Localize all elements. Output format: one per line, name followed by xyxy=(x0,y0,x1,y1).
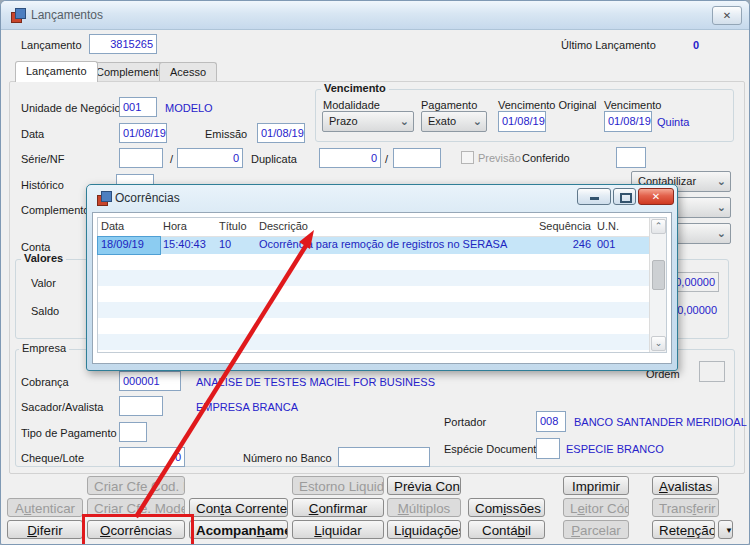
portador-field[interactable]: 008 xyxy=(536,411,566,432)
col-un[interactable]: U.N. xyxy=(594,218,630,236)
empresa-group-title: Empresa xyxy=(19,342,69,354)
lancamento-field[interactable]: 3815265 xyxy=(89,34,157,54)
grid-header: Data Hora Título Descrição Sequência U.N… xyxy=(98,218,666,237)
table-row-selected[interactable]: 18/09/19 15:40:43 10 Ocorrência para rem… xyxy=(98,237,666,254)
conta-corrente-button[interactable]: Conta Corrente xyxy=(189,498,288,517)
scroll-down-icon[interactable]: ⌄ xyxy=(651,336,666,351)
emissao-field[interactable]: 01/08/19 xyxy=(257,123,305,143)
chevron-down-icon: ⌄ xyxy=(717,172,726,191)
tab-lancamento[interactable]: Lançamento xyxy=(15,61,98,82)
dialog-title: Ocorrências xyxy=(115,191,180,205)
cobranca-label: Cobrança xyxy=(21,376,69,388)
chevron-down-icon: ⌄ xyxy=(473,112,482,131)
cell-un[interactable]: 001 xyxy=(594,237,630,254)
more-options-arrow-button[interactable]: ▼ xyxy=(718,520,733,539)
saldo-label: Saldo xyxy=(31,305,59,317)
empty-row xyxy=(98,254,666,270)
chevron-down-icon: ⌄ xyxy=(717,224,726,243)
empty-row xyxy=(98,318,666,334)
unidade-negocio-field[interactable]: 001 xyxy=(119,97,157,117)
duplicata2-field[interactable] xyxy=(393,148,441,168)
liquidar-button[interactable]: Liquidar xyxy=(292,520,384,539)
conferido-field[interactable] xyxy=(616,147,646,168)
sacador-avalista-field[interactable] xyxy=(119,396,163,416)
ultimo-lancamento-label: Último Lançamento xyxy=(561,39,656,51)
close-icon[interactable]: ✕ xyxy=(638,188,674,205)
contabil-button[interactable]: Contábil xyxy=(468,520,545,539)
col-hora[interactable]: Hora xyxy=(160,218,216,236)
transferir-button[interactable]: Transferir xyxy=(652,498,719,517)
cell-titulo[interactable]: 10 xyxy=(216,237,256,254)
vencimento-group-title: Vencimento xyxy=(321,82,389,94)
data-label: Data xyxy=(21,128,44,140)
serie-slash: / xyxy=(170,153,173,165)
cheque-lote-field[interactable]: 0 xyxy=(119,447,185,467)
ordem-field[interactable] xyxy=(699,361,725,382)
cell-hora[interactable]: 15:40:43 xyxy=(160,237,216,254)
col-sequencia[interactable]: Sequência xyxy=(536,218,594,236)
criar-cfe-cod-barras-button[interactable]: Criar Cfe Cod. Barras xyxy=(87,476,185,495)
minimize-icon[interactable] xyxy=(577,188,611,205)
vencimento-original-field[interactable]: 01/08/19 xyxy=(498,111,546,132)
especie-documento-desc: ESPECIE BRANCO xyxy=(566,443,664,455)
close-icon[interactable]: ✕ xyxy=(712,6,742,25)
serie-field[interactable] xyxy=(119,148,163,168)
duplicata-field[interactable]: 0 xyxy=(319,148,381,168)
ocorrencias-dialog: Ocorrências ✕ Data Hora Título Descrição… xyxy=(86,184,678,371)
leitor-cod-barras-button[interactable]: Leitor Cód. Barras xyxy=(563,498,629,517)
acompanhamento-button[interactable]: Acompanhamento xyxy=(189,520,288,539)
modalidade-label: Modalidade xyxy=(323,99,380,111)
comissoes-button[interactable]: Comissões xyxy=(468,498,545,517)
especie-documento-field[interactable] xyxy=(536,438,560,459)
cell-descricao[interactable]: Ocorrência para remoção de registros no … xyxy=(256,237,536,254)
nf-field[interactable]: 0 xyxy=(177,148,243,168)
cell-sequencia[interactable]: 246 xyxy=(536,237,594,254)
maximize-icon[interactable] xyxy=(613,188,636,205)
liquidacoes-button[interactable]: Liquidações xyxy=(387,520,461,539)
previsao-label: Previsão xyxy=(478,152,521,164)
previa-contabil-button[interactable]: Prévia Contábil xyxy=(387,476,461,495)
previsao-checkbox[interactable] xyxy=(461,151,474,164)
emissao-label: Emissão xyxy=(205,128,247,140)
modalidade-combobox[interactable]: Prazo⌄ xyxy=(322,111,414,132)
empty-row xyxy=(98,270,666,286)
scroll-up-icon[interactable]: ⌃ xyxy=(651,219,666,234)
data-field[interactable]: 01/08/19 xyxy=(119,123,167,143)
estorno-liquidacao-button[interactable]: Estorno Liquidação xyxy=(292,476,384,495)
complemento-label: Complemento xyxy=(21,204,89,216)
vertical-scrollbar[interactable]: ⌃ ⌄ xyxy=(649,218,666,352)
col-descricao[interactable]: Descrição xyxy=(256,218,536,236)
vencimento-field[interactable]: 01/08/19 xyxy=(604,111,652,132)
empty-row xyxy=(98,302,666,318)
tipo-pagamento-field[interactable] xyxy=(119,422,147,442)
col-data[interactable]: Data xyxy=(98,218,160,236)
vencimento-weekday: Quinta xyxy=(657,116,689,128)
avalistas-button[interactable]: Avalistas xyxy=(652,476,719,495)
pagamento-combobox[interactable]: Exato⌄ xyxy=(421,111,487,132)
empty-row xyxy=(98,334,666,350)
imprimir-button[interactable]: Imprimir xyxy=(563,476,629,495)
form-icon xyxy=(11,8,25,22)
diferir-button[interactable]: Diferir xyxy=(7,520,83,539)
cobranca-desc: ANALISE DE TESTES MACIEL FOR BUSINESS xyxy=(196,376,435,388)
window-titlebar: Lançamentos ✕ xyxy=(1,1,749,30)
numero-banco-field[interactable] xyxy=(338,447,430,467)
retencao-button[interactable]: Retenção xyxy=(652,520,715,539)
unidade-negocio-label: Unidade de Negócio xyxy=(21,102,121,114)
sacador-avalista-desc: EMPRESA BRANCA xyxy=(196,401,298,413)
chevron-down-icon: ⌄ xyxy=(717,198,726,217)
cobranca-field[interactable]: 000001 xyxy=(119,371,181,391)
parcelar-button[interactable]: Parcelar xyxy=(563,520,629,539)
autenticar-button[interactable]: Autenticar xyxy=(7,498,83,517)
vencimento-original-label: Vencimento Original xyxy=(498,99,596,111)
empty-row xyxy=(98,286,666,302)
cell-data[interactable]: 18/09/19 xyxy=(98,237,160,254)
tab-acesso[interactable]: Acesso xyxy=(159,62,217,82)
numero-banco-label: Número no Banco xyxy=(243,452,332,464)
duplicata-slash: / xyxy=(385,153,388,165)
col-titulo[interactable]: Título xyxy=(216,218,256,236)
scrollbar-thumb[interactable] xyxy=(652,260,665,290)
confirmar-button[interactable]: Confirmar xyxy=(292,498,384,517)
multiplos-button[interactable]: Múltiplos xyxy=(387,498,461,517)
sacador-avalista-label: Sacador/Avalista xyxy=(21,401,103,413)
